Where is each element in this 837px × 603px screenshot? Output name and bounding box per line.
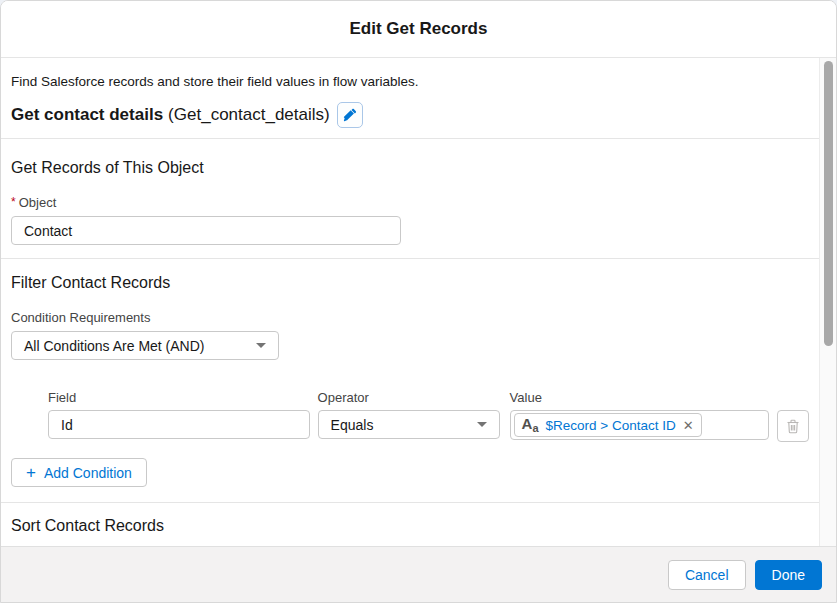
field-label: Field (48, 391, 310, 405)
dialog-header: Edit Get Records (1, 1, 836, 58)
done-button[interactable]: Done (755, 560, 822, 590)
add-condition-label: Add Condition (44, 465, 132, 481)
value-input[interactable]: Aa $Record > Contact ID ✕ (510, 410, 770, 440)
plus-icon: + (26, 463, 36, 483)
operator-select[interactable]: Equals (318, 410, 500, 439)
element-description: Find Salesforce records and store their … (11, 74, 809, 89)
remove-value-icon[interactable]: ✕ (683, 419, 694, 432)
sort-section: Sort Contact Records Sort Order (1, 516, 819, 548)
edit-get-records-dialog: Edit Get Records Find Salesforce records… (0, 0, 837, 603)
text-type-icon: Aa (522, 416, 539, 434)
vertical-scrollbar-thumb[interactable] (824, 61, 833, 346)
element-api-name: (Get_contact_details) (168, 105, 330, 125)
value-pill[interactable]: Aa $Record > Contact ID ✕ (514, 413, 702, 437)
condition-requirements-label: Condition Requirements (11, 311, 809, 325)
element-name-line: Get contact details (Get_contact_details… (11, 102, 809, 138)
delete-condition-button[interactable] (777, 410, 809, 442)
object-input[interactable] (11, 216, 401, 245)
dialog-body: Find Salesforce records and store their … (1, 58, 819, 548)
object-section: Get Records of This Object *Object (1, 158, 819, 259)
condition-requirements-select[interactable]: All Conditions Are Met (AND) (11, 331, 279, 360)
intro-section: Find Salesforce records and store their … (1, 74, 819, 139)
element-label: Get contact details (11, 105, 163, 125)
object-field-label: *Object (11, 195, 809, 210)
value-pill-label: $Record > Contact ID (546, 418, 676, 433)
edit-name-button[interactable] (337, 102, 363, 128)
condition-value-column: Value Aa $Record > Contact ID ✕ (510, 391, 770, 440)
required-marker: * (11, 195, 16, 209)
cancel-button[interactable]: Cancel (668, 560, 746, 590)
chevron-down-icon (477, 422, 487, 427)
condition-requirements-value: All Conditions Are Met (AND) (24, 338, 248, 354)
add-condition-button[interactable]: + Add Condition (11, 458, 147, 487)
dialog-footer: Cancel Done (1, 546, 836, 602)
object-section-heading: Get Records of This Object (11, 158, 809, 178)
dialog-title: Edit Get Records (350, 19, 488, 39)
sort-section-heading: Sort Contact Records (11, 516, 809, 536)
condition-field-column: Field (48, 391, 310, 439)
chevron-down-icon (256, 343, 266, 348)
operator-label: Operator (318, 391, 500, 405)
pencil-icon (343, 108, 357, 122)
filter-section-heading: Filter Contact Records (11, 273, 809, 293)
condition-operator-column: Operator Equals (318, 391, 500, 439)
field-input[interactable] (48, 410, 310, 439)
condition-row: Field Operator Equals Value Aa $Re (48, 391, 809, 442)
trash-icon (786, 419, 800, 434)
filter-section: Filter Contact Records Condition Require… (1, 273, 819, 503)
operator-value: Equals (331, 417, 469, 433)
vertical-scrollbar-track[interactable] (819, 58, 836, 548)
value-label: Value (510, 391, 770, 405)
